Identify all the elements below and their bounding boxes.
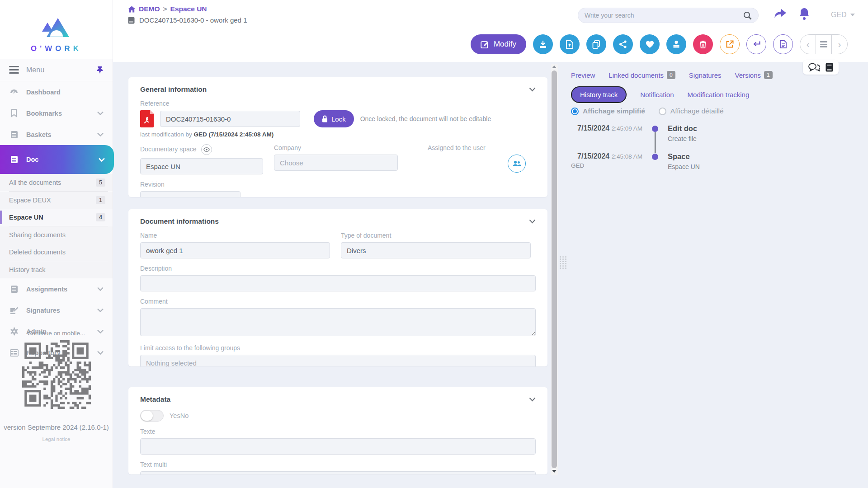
share-forward-icon[interactable] [774,9,787,19]
tab-notification[interactable]: Notification [640,91,674,99]
revision-input[interactable] [140,191,241,197]
pin-icon[interactable] [96,66,104,74]
share-button[interactable] [613,34,633,54]
lock-button[interactable]: Lock [314,110,354,127]
textmulti-label: Text multi [140,461,536,468]
document-informations-card: Document informations Name Type of docum… [128,209,547,366]
breadcrumb: DEMO > Espace UN [128,5,207,13]
return-button[interactable] [746,34,766,54]
right-panel-tabs: Preview Linked documents0 Signatures Ver… [571,71,824,103]
sidebar-subitem-sharing-documents[interactable]: Sharing documents [0,226,113,244]
yesno-toggle[interactable] [140,410,164,422]
notes-book-icon[interactable] [826,63,833,72]
textmulti-textarea[interactable] [140,471,536,474]
breadcrumb-home-link[interactable]: DEMO [139,5,160,13]
comment-label: Comment [140,298,536,305]
comment-textarea[interactable] [140,308,536,336]
download-button[interactable] [533,34,553,54]
yesno-label: YesNo [170,412,189,419]
collapse-chevron-icon[interactable] [529,397,536,402]
history-timeline: 7/15/2024 2:45:09 AM Edit doc Create fil… [571,124,700,180]
scroll-down-icon[interactable] [552,470,557,473]
document-view-button[interactable] [773,34,793,54]
type-label: Type of document [341,232,531,239]
sidebar-subitem-deleted-documents[interactable]: Deleted documents [0,244,113,261]
scrollbar-thumb[interactable] [552,70,557,468]
scroll-up-icon[interactable] [552,66,557,68]
subitem-label: All the documents [9,179,96,186]
sidebar: O'WORK Menu Dashboard Bookmarks Baskets … [0,0,113,488]
delete-button[interactable] [693,34,713,54]
home-icon[interactable] [128,6,136,13]
tab-modification-tracking[interactable]: Modification tracking [688,91,750,99]
bookmark-icon [9,109,19,117]
sidebar-item-label: Doc [26,156,99,163]
sidebar-item-label: Signatures [26,307,97,314]
pager-list-icon[interactable] [816,35,832,54]
eye-icon[interactable] [201,144,212,155]
name-input[interactable] [140,242,330,258]
open-external-button[interactable] [720,34,740,54]
groups-select[interactable] [140,355,536,366]
sidebar-item-dashboard[interactable]: Dashboard [0,81,113,103]
radio-affichage-simplifie[interactable]: Affichage simplifié [571,107,645,115]
upload-file-button[interactable] [560,34,580,54]
sidebar-subitem-all-documents[interactable]: All the documents 5 [0,174,113,191]
search-input[interactable] [585,12,743,19]
content-scrollbar[interactable] [551,64,558,475]
legal-notice-link[interactable]: Legal notice [0,436,113,442]
history-user: GED [571,162,642,169]
reference-input[interactable] [160,111,300,127]
tab-preview[interactable]: Preview [571,71,595,79]
sidebar-item-bookmarks[interactable]: Bookmarks [0,103,113,124]
count-badge: 1 [96,196,105,204]
sidebar-subitem-history-track[interactable]: History track [0,261,113,278]
texte-input[interactable] [140,438,536,455]
caret-down-icon [850,14,855,16]
count-badge: 4 [96,213,105,221]
tab-versions[interactable]: Versions1 [735,71,773,79]
sidebar-item-signatures[interactable]: Signatures [0,300,113,321]
collapse-chevron-icon[interactable] [529,219,536,224]
pager-next-icon[interactable]: › [832,35,847,54]
lock-label: Lock [331,115,346,123]
right-panel: Preview Linked documents0 Signatures Ver… [571,62,865,488]
radio-affichage-detaille[interactable]: Affichage détaillé [659,107,724,115]
favorite-button[interactable] [640,34,660,54]
copy-button[interactable] [586,34,606,54]
chevron-down-icon [97,308,104,312]
assigned-user-label: Assigned to the user [428,144,536,151]
panel-splitter-handle[interactable] [560,256,566,269]
history-subtitle: Create file [668,135,697,142]
chat-icon[interactable] [808,63,820,72]
sidebar-subitem-espace-un[interactable]: Espace UN 4 [0,209,113,226]
assign-users-button[interactable] [508,155,526,173]
tab-linked-documents[interactable]: Linked documents0 [609,71,675,79]
tab-signatures[interactable]: Signatures [689,71,722,79]
mountain-logo-icon [36,9,77,43]
pager-prev-icon[interactable]: ‹ [800,35,816,54]
breadcrumb-current-link[interactable]: Espace UN [170,5,207,13]
timeline-connector [655,132,656,153]
sidebar-subitem-espace-deux[interactable]: Espace DEUX 1 [0,192,113,209]
search-icon[interactable] [743,11,752,20]
hamburger-icon[interactable] [9,66,19,74]
chevron-down-icon [99,158,105,162]
tab-history-track[interactable]: History track [571,86,627,103]
user-menu[interactable]: GED [831,11,855,19]
collapse-chevron-icon[interactable] [529,87,536,92]
notifications-bell-icon[interactable] [798,7,810,20]
sidebar-item-baskets[interactable]: Baskets [0,124,113,145]
stamp-button[interactable] [666,34,686,54]
sidebar-item-doc[interactable]: Doc [0,145,114,174]
description-input[interactable] [140,275,536,291]
app-logo[interactable]: O'WORK [0,0,113,59]
documentary-space-input[interactable] [140,158,263,174]
timeline-dot [652,154,658,160]
timeline-dot [652,126,658,132]
modify-button[interactable]: Modify [471,34,526,54]
sidebar-item-label: Bookmarks [26,110,97,117]
type-of-document-input[interactable] [341,242,531,258]
company-input[interactable] [274,155,398,171]
sidebar-item-assignments[interactable]: Assignments [0,278,113,300]
